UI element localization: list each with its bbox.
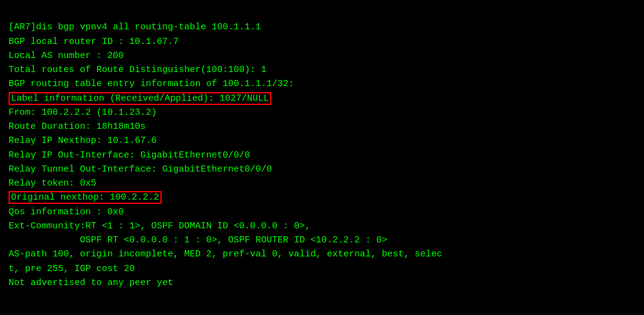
terminal-line-local-as: Local AS number : 200 [9,49,635,63]
terminal-line-not-advertised: Not advertised to any peer yet [9,276,635,290]
highlighted-text-original-nexthop: Original nexthop: 100.2.2.2 [9,191,162,204]
terminal-line-bgp-id: BGP local router ID : 10.1.67.7 [9,35,635,49]
terminal-line-ospf-rt: OSPF RT <0.0.0.0 : 1 : 0>, OSPF ROUTER I… [9,233,635,247]
highlighted-text-label-info: Label information (Received/Applied): 10… [9,92,271,105]
terminal-line-total-routes: Total routes of Route Distinguisher(100:… [9,63,635,77]
terminal-line-relay-ip-nexthop: Relay IP Nexthop: 10.1.67.6 [9,134,635,148]
terminal-line-qos-info: Qos information : 0x0 [9,205,635,219]
terminal-line-ext-community: Ext-Community:RT <1 : 1>, OSPF DOMAIN ID… [9,219,635,233]
terminal-line-original-nexthop: Original nexthop: 100.2.2.2 [9,190,635,205]
terminal-line-as-path2: t, pre 255, IGP cost 20 [9,262,635,276]
terminal-line-relay-token: Relay token: 0x5 [9,176,635,190]
terminal-line-relay-tunnel-out: Relay Tunnel Out-Interface: GigabitEther… [9,162,635,176]
terminal-output: [AR7]dis bgp vpnv4 all routing-table 100… [9,6,635,290]
terminal-line-as-path: AS-path 100, origin incomplete, MED 2, p… [9,247,635,261]
terminal-line-label-info: Label information (Received/Applied): 10… [9,92,635,106]
terminal-line-from: From: 100.2.2.2 (10.1.23.2) [9,106,635,120]
terminal-line-relay-ip-out: Relay IP Out-Interface: GigabitEthernet0… [9,148,635,162]
terminal-line-bgp-entry: BGP routing table entry information of 1… [9,77,635,91]
terminal-line-route-duration: Route Duration: 18h18m10s [9,120,635,134]
terminal-line-cmd: [AR7]dis bgp vpnv4 all routing-table 100… [9,20,635,34]
